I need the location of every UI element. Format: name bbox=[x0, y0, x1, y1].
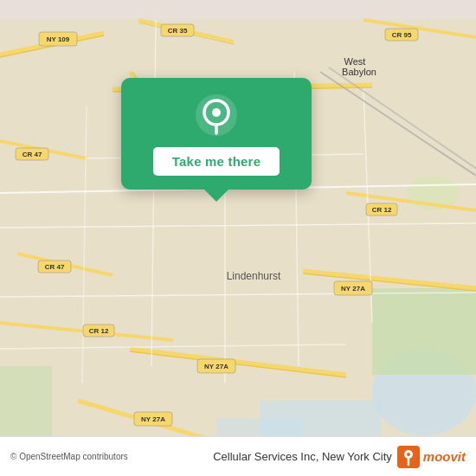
svg-text:CR 47: CR 47 bbox=[23, 151, 42, 158]
moovit-brand-text: moovit bbox=[423, 449, 466, 464]
take-me-there-button[interactable]: Take me there bbox=[153, 147, 280, 176]
location-pin-icon bbox=[195, 93, 238, 137]
svg-text:CR 12: CR 12 bbox=[372, 206, 392, 214]
svg-text:NY 109: NY 109 bbox=[47, 35, 70, 43]
svg-text:NY 27A: NY 27A bbox=[341, 285, 365, 293]
moovit-brand-icon bbox=[397, 446, 420, 468]
svg-text:NY 27A: NY 27A bbox=[141, 415, 165, 423]
svg-text:Babylon: Babylon bbox=[342, 67, 376, 77]
map-attribution: © OpenStreetMap contributors bbox=[10, 452, 128, 461]
svg-text:CR 95: CR 95 bbox=[392, 31, 412, 39]
svg-text:NY 27A: NY 27A bbox=[204, 363, 228, 370]
map-background: NY 109 CR 35 CR 95 NY 109 CR 3 CR 47 CR … bbox=[0, 0, 476, 476]
svg-text:CR 35: CR 35 bbox=[168, 27, 188, 35]
svg-point-66 bbox=[212, 108, 221, 117]
bottom-info: Cellular Services Inc, New York City moo… bbox=[213, 446, 466, 468]
svg-text:CR 12: CR 12 bbox=[89, 327, 109, 335]
svg-text:CR 47: CR 47 bbox=[45, 263, 65, 271]
svg-rect-4 bbox=[372, 288, 476, 375]
popup-card: Take me there bbox=[121, 78, 312, 190]
bottom-bar: © OpenStreetMap contributors Cellular Se… bbox=[0, 436, 476, 476]
location-name: Cellular Services Inc, New York City bbox=[213, 450, 392, 463]
svg-text:Lindenhurst: Lindenhurst bbox=[227, 270, 281, 282]
svg-point-70 bbox=[407, 453, 410, 456]
moovit-logo: moovit bbox=[397, 446, 466, 468]
svg-text:West: West bbox=[344, 56, 366, 67]
map-container: NY 109 CR 35 CR 95 NY 109 CR 3 CR 47 CR … bbox=[0, 0, 476, 476]
